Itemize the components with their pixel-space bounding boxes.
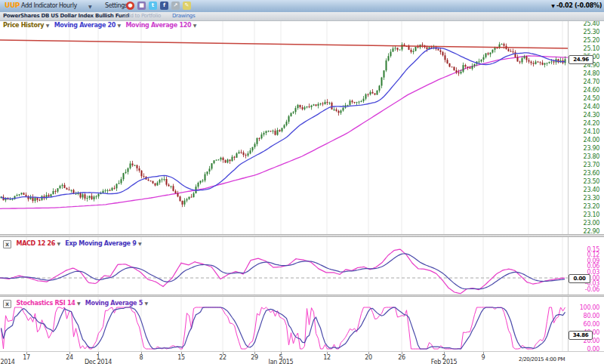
date-axis: 2/20/2015 4:00 PM 1724181522295122026292… [0,351,604,364]
community-icon[interactable]: ■ [137,2,146,10]
stoch-axis-label: 80.00 [584,313,599,319]
price-axis-label: 24.30 [584,112,599,119]
chevron-down-icon: ▼ [118,23,121,28]
date-month-label: Feb 2015 [431,359,458,364]
interval-dropdown-arrow-icon[interactable]: ▼ [88,4,91,9]
last-macd-box: 0.00 [569,274,590,283]
settings-button[interactable]: Settings [105,2,128,9]
macd-axis: 0.150.120.090.060.030.00-0.03-0.06 [569,237,603,295]
price-axis-label: 23.60 [584,170,599,177]
macd-panel-header: X MACD 12 26 ▼ Exp Moving Average 9 ▼ [3,240,144,248]
drawings-link[interactable]: Drawings [172,13,195,19]
price-change-indicator: ▼ -0.02 (-0.08%) [551,2,602,9]
stoch-axis: 100.0080.0060.0040.0020.000.00 [569,297,603,351]
price-axis-label: 24.60 [584,87,599,94]
info-bar: PowerShares DB US Dollar Index Bullish F… [0,12,604,21]
chevron-down-icon: ▼ [193,23,196,28]
date-day-label: 8 [140,354,143,361]
stoch-ma-dropdown[interactable]: Moving Average 5 ▼ [85,300,148,307]
twitter-icon[interactable]: t [149,2,157,10]
price-chart-canvas[interactable] [0,20,569,234]
panel-divider[interactable] [0,234,604,237]
date-day-label: 20 [365,354,372,361]
price-panel-header: Price History ▼ Moving Average 20 ▼ Movi… [3,22,199,29]
stoch-panel-header: X Stochastics RSI 14 ▼ Moving Average 5 … [3,300,151,308]
macd-axis-label: -0.06 [585,286,599,293]
price-axis-label: 23.10 [584,211,599,218]
date-day-label: 12 [323,354,331,361]
close-stoch-button[interactable]: X [3,300,11,308]
macd-signal-dropdown[interactable]: Exp Moving Average 9 ▼ [65,240,141,247]
price-axis-label: 25.30 [584,29,599,35]
price-history-dropdown[interactable]: Price History ▼ [3,22,49,29]
add-indicator-button[interactable]: Add Indicator [21,2,57,9]
price-axis-label: 23.50 [584,178,599,185]
chevron-down-icon: ▼ [77,301,80,306]
notes-icon[interactable]: ✎ [183,2,191,10]
price-axis-label: 23.30 [584,195,599,202]
stoch-axis-label: 100.00 [580,304,599,311]
chevron-down-icon: ▼ [145,301,148,306]
price-axis-label: 24.50 [584,95,599,102]
date-month-label: Jan 2015 [269,359,294,364]
last-price-box: 24.96 [569,55,593,64]
panel-divider[interactable] [0,295,604,297]
date-day-label: 26 [398,354,405,361]
ma20-dropdown[interactable]: Moving Average 20 ▼ [54,22,121,29]
stoch-axis-border [568,297,569,351]
price-axis-label: 24.00 [584,137,599,143]
price-axis-label: 23.70 [584,162,599,168]
price-axis-label: 24.20 [584,120,599,127]
price-axis-label: 23.00 [584,220,599,227]
stoch-dropdown[interactable]: Stochastics RSI 14 ▼ [17,300,81,307]
price-axis-label: 23.20 [584,203,599,210]
chevron-down-icon: ▼ [46,23,49,28]
stoch-axis-label: 60.00 [584,321,599,328]
price-axis: 25.4025.3025.2025.1025.0024.9024.8024.70… [569,20,603,234]
date-month-label: 2014 [0,359,14,364]
date-day-label: 15 [177,354,185,361]
last-bar-timestamp: 2/20/2015 4:00 PM [519,356,565,362]
price-axis-label: 25.20 [584,37,599,44]
close-macd-button[interactable]: X [3,240,11,248]
date-day-label: 22 [219,354,226,361]
share-icon[interactable]: ↗ [171,2,180,10]
price-axis-label: 24.80 [584,70,599,77]
date-month-label: Dec 2014 [85,359,112,364]
date-day-label: 17 [23,354,30,361]
down-arrow-icon: ▼ [551,3,554,8]
price-axis-label: 23.80 [584,153,599,160]
macd-axis-border [568,237,569,295]
price-axis-label: 24.40 [584,103,599,110]
fund-name: PowerShares DB US Dollar Index Bullish F… [3,13,129,19]
date-day-label: 9 [482,354,485,361]
chevron-down-icon: ▼ [57,241,60,246]
price-axis-border [568,20,569,234]
macd-dropdown[interactable]: MACD 12 26 ▼ [17,240,60,247]
price-axis-label: 25.10 [584,45,599,52]
ma120-dropdown[interactable]: Moving Average 120 ▼ [125,22,196,29]
charting-app: UUP Add Indicator Hourly ▼ Settings ● ■ … [0,0,604,364]
record-icon[interactable]: ● [126,2,134,10]
interval-dropdown[interactable]: Hourly [59,2,77,9]
date-day-label: 24 [66,354,73,361]
chevron-down-icon: ▼ [138,241,141,246]
facebook-icon[interactable]: f [160,2,168,10]
add-to-portfolio-link[interactable]: Add to Portfolio [124,13,161,19]
top-toolbar: UUP Add Indicator Hourly ▼ Settings ● ■ … [0,0,604,13]
price-axis-label: 24.10 [584,128,599,135]
date-day-label: 29 [251,354,258,361]
last-stoch-box: 34.86 [569,331,593,340]
symbol-label[interactable]: UUP [5,2,20,9]
price-axis-label: 24.70 [584,79,599,85]
price-axis-label: 23.90 [584,145,599,152]
price-axis-label: 23.40 [584,187,599,193]
change-text: -0.02 (-0.08%) [556,2,602,9]
